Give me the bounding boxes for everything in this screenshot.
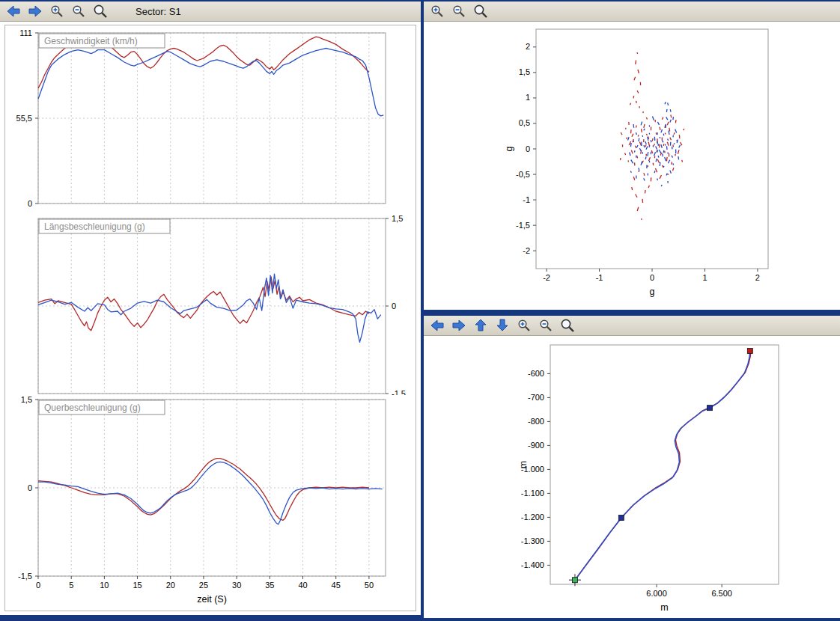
zoom-in-button[interactable] (48, 2, 66, 20)
zoom-in-icon (517, 319, 531, 332)
lateral-accel-chart[interactable]: 051015202530354045501,50-1,5zeit (S)Quer… (5, 395, 416, 611)
zoom-in-button[interactable] (428, 2, 446, 20)
svg-text:Geschwindigkeit (km/h): Geschwindigkeit (km/h) (44, 36, 138, 46)
forward-button[interactable] (450, 316, 468, 334)
svg-text:g: g (504, 146, 514, 151)
magnifier-icon (473, 4, 488, 19)
track-map-panel: 6.0006.500-600-700-800-900-1.000-1.100-1… (424, 316, 840, 618)
left-toolbar: Sector: S1 (0, 1, 421, 22)
svg-text:6.000: 6.000 (646, 589, 667, 598)
svg-text:Querbeschleunigung (g): Querbeschleunigung (g) (44, 403, 141, 413)
zoom-out-icon (452, 4, 466, 18)
back-button[interactable] (4, 2, 22, 20)
svg-text:-1: -1 (596, 273, 603, 282)
svg-text:25: 25 (199, 581, 208, 590)
svg-text:-1.400: -1.400 (521, 560, 544, 569)
svg-text:1: 1 (526, 93, 530, 102)
zoom-out-button[interactable] (537, 316, 555, 334)
stacked-charts-container: 11155,50Geschwindigkeit (km/h) 1,50-1,5L… (4, 25, 416, 611)
forward-button[interactable] (26, 2, 44, 20)
zoom-select-button[interactable] (91, 2, 109, 20)
svg-text:g: g (650, 287, 655, 297)
down-icon (496, 319, 508, 332)
svg-text:0: 0 (36, 581, 40, 590)
svg-text:6.500: 6.500 (711, 589, 732, 598)
zoom-out-button[interactable] (450, 2, 468, 20)
magnifier-icon (560, 318, 575, 333)
svg-text:35: 35 (265, 581, 274, 590)
svg-text:1,5: 1,5 (21, 395, 32, 404)
svg-text:-900: -900 (528, 441, 544, 450)
longitudinal-accel-chart[interactable]: 1,50-1,5Längsbeschleunigung (g) (5, 212, 416, 395)
svg-text:m: m (660, 602, 668, 613)
svg-text:-1.300: -1.300 (521, 536, 544, 545)
svg-text:zeit (S): zeit (S) (197, 594, 227, 605)
svg-text:-800: -800 (528, 417, 544, 426)
svg-text:-2: -2 (523, 246, 530, 255)
svg-text:0: 0 (650, 273, 654, 282)
forward-icon (452, 319, 466, 331)
svg-text:111: 111 (19, 28, 32, 37)
svg-text:30: 30 (232, 581, 241, 590)
gg-scatter-chart[interactable]: -2-101221,510,50-0,5-1-1,5-2gg (424, 22, 840, 309)
map-toolbar (424, 316, 840, 336)
svg-text:1,5: 1,5 (392, 214, 403, 223)
zoom-in-icon (50, 4, 64, 18)
magnifier-icon (93, 4, 108, 19)
scatter-chart-area: -2-101221,510,50-0,5-1-1,5-2gg (424, 22, 840, 310)
svg-text:15: 15 (133, 581, 141, 590)
svg-text:-600: -600 (528, 369, 544, 378)
svg-text:2: 2 (526, 42, 530, 51)
zoom-in-icon (430, 4, 444, 18)
up-button[interactable] (472, 316, 490, 334)
track-map-chart[interactable]: 6.0006.500-600-700-800-900-1.000-1.100-1… (424, 336, 840, 617)
svg-text:2: 2 (755, 273, 760, 282)
svg-text:0: 0 (28, 483, 32, 492)
svg-text:-0,5: -0,5 (516, 170, 530, 179)
svg-text:-1,5: -1,5 (18, 572, 32, 581)
sector-label: Sector: S1 (136, 6, 181, 17)
svg-text:1,5: 1,5 (519, 67, 530, 76)
speed-chart[interactable]: 11155,50Geschwindigkeit (km/h) (5, 25, 416, 212)
svg-text:0,5: 0,5 (519, 118, 530, 127)
down-button[interactable] (493, 316, 511, 334)
zoom-out-button[interactable] (70, 2, 88, 20)
forward-icon (28, 5, 42, 17)
svg-text:0: 0 (28, 199, 32, 208)
time-series-panel: Sector: S1 11155,50Geschwindigkeit (km/h… (0, 1, 421, 615)
svg-text:-1,5: -1,5 (516, 221, 530, 230)
svg-text:5: 5 (69, 581, 73, 590)
back-icon (7, 5, 20, 17)
svg-text:1: 1 (702, 273, 707, 282)
zoom-out-icon (539, 319, 553, 332)
svg-text:m: m (518, 461, 529, 468)
svg-text:Längsbeschleunigung (g): Längsbeschleunigung (g) (44, 221, 145, 232)
svg-text:0: 0 (526, 144, 530, 153)
svg-text:-1,5: -1,5 (392, 389, 406, 396)
back-button[interactable] (428, 316, 446, 334)
svg-text:-700: -700 (528, 393, 544, 402)
scatter-toolbar (424, 1, 840, 22)
zoom-select-button[interactable] (472, 2, 490, 20)
map-chart-area: 6.0006.500-600-700-800-900-1.000-1.100-1… (424, 336, 840, 618)
zoom-out-icon (72, 4, 85, 18)
svg-text:-1: -1 (523, 195, 530, 204)
svg-text:10: 10 (100, 581, 109, 590)
svg-text:45: 45 (332, 581, 341, 590)
back-icon (430, 319, 444, 331)
svg-text:20: 20 (166, 581, 175, 590)
gg-scatter-panel: -2-101221,510,50-0,5-1-1,5-2gg (424, 1, 840, 310)
zoom-in-button[interactable] (515, 316, 533, 334)
svg-text:40: 40 (298, 581, 307, 590)
svg-text:0: 0 (392, 302, 396, 310)
svg-text:-2: -2 (543, 273, 550, 282)
svg-text:-1.200: -1.200 (521, 513, 544, 521)
svg-text:50: 50 (365, 581, 374, 590)
up-icon (475, 319, 487, 332)
svg-text:55,5: 55,5 (16, 114, 32, 123)
svg-text:-1.100: -1.100 (521, 489, 544, 498)
zoom-select-button[interactable] (559, 316, 576, 334)
